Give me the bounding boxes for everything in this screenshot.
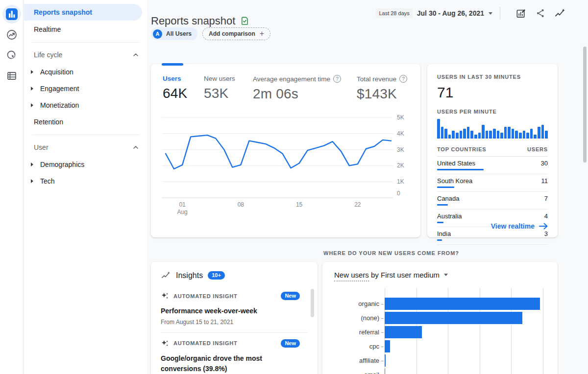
insight-kicker-row: AUTOMATED INSIGHTNew xyxy=(161,292,300,300)
overview-metrics-card: Users64KNew users53KAverage engagement t… xyxy=(151,64,420,237)
bar-row-none: (none) xyxy=(385,311,543,325)
comparison-avatar: A xyxy=(153,29,162,39)
page-title-text: Reports snapshot xyxy=(151,15,235,27)
bar xyxy=(385,326,422,338)
y-tick-label: 1K xyxy=(397,178,404,185)
users-per-minute-chart xyxy=(437,119,548,139)
date-range-picker[interactable]: Jul 30 - Aug 26, 2021 xyxy=(417,9,492,17)
minute-bar xyxy=(497,131,500,139)
minute-bar xyxy=(534,135,537,139)
insight-kicker: AUTOMATED INSIGHT xyxy=(173,340,276,346)
metric-value: 2m 06s xyxy=(253,86,341,102)
date-range-text: Jul 30 - Aug 26, 2021 xyxy=(417,9,484,17)
metric-value: 64K xyxy=(163,86,187,101)
sidebar-item-retention[interactable]: Retention xyxy=(24,114,142,130)
share-icon[interactable] xyxy=(534,7,547,20)
sidebar-item-reports-snapshot[interactable]: Reports snapshot xyxy=(24,4,142,21)
insight-item[interactable]: AUTOMATED INSIGHTNewGoogle/organic drove… xyxy=(151,333,318,374)
metric-tab-users[interactable]: Users64K xyxy=(163,75,187,101)
add-comparison-label: Add comparison xyxy=(209,30,255,37)
rail-item-reports[interactable] xyxy=(0,4,24,24)
minute-bar xyxy=(460,131,463,139)
sidebar-item-realtime[interactable]: Realtime xyxy=(24,22,142,37)
users-column-label: USERS xyxy=(527,146,548,152)
bar-row-organic: organic xyxy=(385,297,543,311)
bar xyxy=(385,369,385,374)
metric-link[interactable]: New users xyxy=(334,271,369,281)
expand-triangle-icon xyxy=(31,87,33,91)
metric-label: Total revenue? xyxy=(357,75,407,83)
metric-label-text: Users xyxy=(163,75,181,82)
chevron-up-icon xyxy=(133,146,138,149)
minute-bar xyxy=(489,131,492,139)
sidebar-section-user[interactable]: User xyxy=(24,140,147,155)
dimension-text: by First user medium xyxy=(369,271,440,279)
help-icon[interactable]: ? xyxy=(399,75,407,83)
report-sidebar: Reports snapshotRealtimeLife cycleAcquis… xyxy=(24,0,147,374)
customize-report-icon[interactable] xyxy=(514,7,527,20)
insights-count-badge[interactable]: 10+ xyxy=(208,271,225,280)
country-progress-bar xyxy=(437,169,484,170)
minute-bar xyxy=(512,129,514,139)
minute-bar xyxy=(523,131,526,139)
insights-scrollbar[interactable] xyxy=(311,289,314,317)
help-icon[interactable]: ? xyxy=(333,75,341,83)
minute-bar xyxy=(541,125,544,139)
country-name: South Korea xyxy=(437,177,548,185)
metric-tab-total-revenue[interactable]: Total revenue?$143K xyxy=(357,75,407,102)
insight-item[interactable]: AUTOMATED INSIGHTNewPerformance week-ove… xyxy=(151,285,318,326)
minute-bar xyxy=(500,133,503,139)
insights-header: Insights 10+ xyxy=(151,262,318,285)
page-scrollbar[interactable] xyxy=(583,47,587,163)
metric-label-text: New users xyxy=(204,75,235,82)
minute-bar xyxy=(437,119,440,139)
rail-item-library[interactable] xyxy=(0,66,24,86)
expand-triangle-icon xyxy=(31,103,33,107)
search-cursor-icon xyxy=(6,49,18,61)
minute-bar xyxy=(474,135,477,139)
y-tick-label: 3K xyxy=(397,146,404,153)
green-doc-check-icon xyxy=(240,16,249,25)
country-row: Canada7 xyxy=(437,192,548,210)
country-users-value: 7 xyxy=(544,195,548,202)
dimension-selector[interactable]: New users by First user medium xyxy=(334,271,448,279)
metric-label: New users xyxy=(204,75,235,82)
bar-category-label: (none) xyxy=(361,311,379,325)
x-tick-sublabel: Aug xyxy=(177,209,187,215)
y-tick-label: 2K xyxy=(397,162,404,169)
metric-value: 53K xyxy=(204,86,235,101)
chevron-down-icon xyxy=(489,12,492,15)
sidebar-item-acquisition[interactable]: Acquisition xyxy=(24,64,142,80)
x-tick-label: 08 xyxy=(238,201,245,208)
rail-item-explore[interactable] xyxy=(0,24,24,45)
sidebar-item-engagement[interactable]: Engagement xyxy=(24,81,142,96)
all-users-chip[interactable]: A All Users xyxy=(151,27,197,40)
metric-tab-new-users[interactable]: New users53K xyxy=(204,75,235,101)
metric-tab-average-engagement-time[interactable]: Average engagement time?2m 06s xyxy=(253,75,341,102)
add-comparison-button[interactable]: Add comparison + xyxy=(202,27,270,40)
minute-bar xyxy=(448,135,451,139)
x-tick-label: 15 xyxy=(296,201,303,208)
sidebar-item-monetization[interactable]: Monetization xyxy=(24,97,142,113)
y-tick-label: 5K xyxy=(397,114,404,121)
country-users-value: 3 xyxy=(544,230,548,237)
minute-bar xyxy=(519,133,522,139)
sidebar-item-demographics[interactable]: Demographics xyxy=(24,157,142,172)
minute-bar xyxy=(478,133,481,139)
country-progress-bar xyxy=(437,187,454,188)
date-preset-badge: Last 28 days xyxy=(376,8,412,18)
insight-title: Performance week-over-week xyxy=(161,306,300,317)
bar-chart-icon xyxy=(5,8,18,21)
country-row: United States30 xyxy=(437,157,548,174)
minute-bar xyxy=(515,131,518,139)
insights-icon[interactable] xyxy=(554,7,566,20)
expand-triangle-icon xyxy=(31,163,33,166)
sidebar-item-tech[interactable]: Tech xyxy=(24,173,142,189)
bar-row-referral: referral xyxy=(385,325,543,339)
rail-item-advertising[interactable] xyxy=(0,45,24,66)
sidebar-item-label: Retention xyxy=(34,118,63,126)
sidebar-section-life-cycle[interactable]: Life cycle xyxy=(24,47,147,62)
page-title: Reports snapshot xyxy=(151,15,249,27)
view-realtime-link[interactable]: View realtime xyxy=(491,222,548,230)
view-realtime-label: View realtime xyxy=(491,222,535,230)
